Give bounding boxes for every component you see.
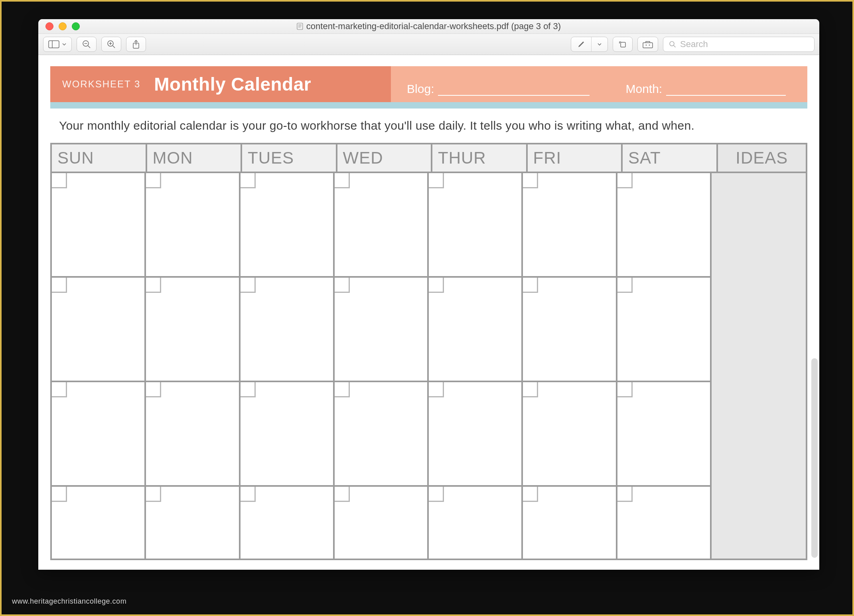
month-underline bbox=[666, 95, 786, 96]
teal-strip bbox=[50, 102, 807, 109]
calendar-row bbox=[52, 487, 712, 559]
month-field: Month: bbox=[625, 82, 786, 97]
markup-button[interactable] bbox=[637, 37, 658, 52]
minimize-window-button[interactable] bbox=[59, 22, 67, 30]
col-sat: SAT bbox=[623, 144, 718, 172]
calendar-row bbox=[52, 278, 712, 382]
pdf-page: WORKSHEET 3 Monthly Calendar Blog: Month… bbox=[50, 66, 807, 560]
highlight-dropdown[interactable] bbox=[591, 37, 607, 51]
calendar-body bbox=[52, 173, 806, 559]
svg-rect-12 bbox=[621, 42, 625, 47]
ideas-column bbox=[712, 173, 806, 559]
svg-point-15 bbox=[649, 45, 650, 46]
calendar-header-row: SUN MON TUES WED THUR FRI SAT IDEAS bbox=[52, 144, 806, 173]
date-box bbox=[617, 173, 633, 188]
search-field[interactable] bbox=[663, 37, 815, 52]
calendar-cell bbox=[52, 382, 146, 485]
date-box bbox=[241, 382, 256, 397]
date-box bbox=[241, 487, 256, 502]
calendar-cell bbox=[52, 487, 146, 559]
intro-text: Your monthly editorial calendar is your … bbox=[50, 109, 807, 143]
date-box bbox=[617, 487, 633, 502]
calendar-cell bbox=[146, 382, 240, 485]
date-box bbox=[52, 487, 67, 502]
vertical-scrollbar[interactable] bbox=[811, 358, 818, 558]
calendar-cell bbox=[523, 278, 617, 381]
calendar-cell bbox=[241, 278, 335, 381]
window-title-text: content-marketing-editorial-calendar-wor… bbox=[306, 21, 561, 32]
col-mon: MON bbox=[147, 144, 243, 172]
date-box bbox=[241, 278, 256, 293]
date-box bbox=[146, 382, 161, 397]
svg-line-17 bbox=[674, 45, 676, 47]
col-thur: THUR bbox=[432, 144, 528, 172]
date-box bbox=[335, 487, 350, 502]
svg-line-4 bbox=[88, 46, 91, 48]
calendar-cell bbox=[523, 382, 617, 485]
calendar-cell bbox=[617, 382, 712, 485]
banner-left: WORKSHEET 3 Monthly Calendar bbox=[50, 66, 391, 102]
calendar-cell bbox=[241, 173, 335, 276]
calendar-cell bbox=[146, 487, 240, 559]
worksheet-number-label: WORKSHEET 3 bbox=[62, 79, 140, 90]
calendar-cell bbox=[146, 173, 240, 276]
col-wed: WED bbox=[337, 144, 433, 172]
calendar-cell bbox=[241, 382, 335, 485]
zoom-out-button[interactable] bbox=[77, 37, 97, 52]
calendar-cell bbox=[523, 487, 617, 559]
highlight-button[interactable] bbox=[571, 37, 591, 51]
date-box bbox=[523, 487, 538, 502]
zoom-window-button[interactable] bbox=[72, 22, 80, 30]
close-window-button[interactable] bbox=[45, 22, 53, 30]
date-box bbox=[617, 382, 633, 397]
date-box bbox=[146, 173, 161, 188]
traffic-lights bbox=[45, 22, 80, 30]
calendar-row bbox=[52, 173, 712, 278]
search-input[interactable] bbox=[680, 39, 809, 49]
svg-point-14 bbox=[646, 45, 647, 46]
day-columns bbox=[52, 173, 712, 559]
month-label: Month: bbox=[625, 82, 662, 96]
col-fri: FRI bbox=[528, 144, 623, 172]
calendar-cell bbox=[241, 487, 335, 559]
date-box bbox=[523, 278, 538, 293]
app-window: content-marketing-editorial-calendar-wor… bbox=[38, 19, 819, 570]
window-title: content-marketing-editorial-calendar-wor… bbox=[297, 21, 561, 32]
sidebar-toggle-button[interactable] bbox=[43, 37, 72, 52]
date-box bbox=[335, 278, 350, 293]
date-box bbox=[429, 173, 444, 188]
document-icon bbox=[297, 23, 303, 30]
calendar-cell bbox=[429, 173, 523, 276]
date-box bbox=[335, 382, 350, 397]
banner-right: Blog: Month: bbox=[391, 66, 807, 102]
col-tues: TUES bbox=[242, 144, 337, 172]
calendar-cell bbox=[52, 278, 146, 381]
calendar-cell bbox=[429, 382, 523, 485]
calendar-cell bbox=[617, 173, 712, 276]
annotate-group bbox=[571, 37, 608, 52]
svg-rect-1 bbox=[49, 41, 59, 48]
date-box bbox=[429, 382, 444, 397]
date-box bbox=[617, 278, 633, 293]
date-box bbox=[429, 487, 444, 502]
calendar-cell bbox=[335, 278, 429, 381]
calendar-cell bbox=[146, 278, 240, 381]
date-box bbox=[146, 278, 161, 293]
share-button[interactable] bbox=[126, 37, 146, 52]
zoom-in-button[interactable] bbox=[101, 37, 121, 52]
date-box bbox=[52, 278, 67, 293]
search-icon bbox=[669, 41, 676, 48]
calendar-row bbox=[52, 382, 712, 487]
date-box bbox=[241, 173, 256, 188]
svg-point-16 bbox=[670, 41, 674, 46]
blog-label: Blog: bbox=[407, 82, 434, 96]
worksheet-title: Monthly Calendar bbox=[154, 73, 311, 95]
calendar-grid: SUN MON TUES WED THUR FRI SAT IDEAS bbox=[50, 143, 807, 560]
rotate-button[interactable] bbox=[613, 37, 633, 52]
date-box bbox=[52, 382, 67, 397]
date-box bbox=[429, 278, 444, 293]
blog-underline bbox=[438, 95, 590, 96]
blog-field: Blog: bbox=[407, 82, 590, 97]
date-box bbox=[52, 173, 67, 188]
date-box bbox=[523, 382, 538, 397]
